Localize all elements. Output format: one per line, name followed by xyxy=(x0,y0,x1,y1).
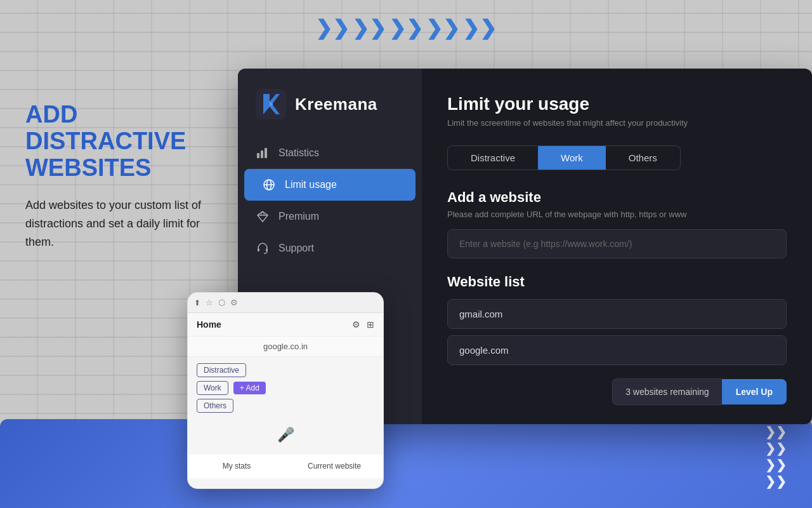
chevron-icon-5: ❯❯ xyxy=(462,18,497,38)
phone-tag-others[interactable]: Others xyxy=(197,399,233,413)
kreemana-logo-icon xyxy=(256,89,286,119)
add-website-subtitle: Please add complete URL of the webpage w… xyxy=(447,210,787,219)
sidebar-logo: Kreemana xyxy=(238,69,422,137)
chevron-icon-1: ❯❯ xyxy=(315,18,350,38)
phone-home-label: Home xyxy=(197,319,221,330)
main-title: Limit your usage xyxy=(447,94,787,114)
svg-rect-3 xyxy=(257,153,259,158)
phone-tag-distractive[interactable]: Distractive xyxy=(197,363,246,377)
phone-tag-row-2: Work + Add xyxy=(197,381,374,395)
svg-rect-13 xyxy=(258,248,259,251)
sidebar-item-statistics[interactable]: Statistics xyxy=(238,137,422,169)
phone-tags-section: Distractive Work + Add Others xyxy=(188,357,383,419)
svg-marker-9 xyxy=(258,211,268,222)
extension-icon: ⬡ xyxy=(218,298,225,307)
phone-screenshot-overlay: ⬆ ☆ ⬡ ⚙ Home ⚙ ⊞ google.co.in Distractiv… xyxy=(187,292,384,489)
premium-label: Premium xyxy=(278,211,319,222)
phone-tag-row-3: Others xyxy=(197,399,374,413)
svg-rect-4 xyxy=(261,150,263,158)
diamond-icon xyxy=(256,210,270,224)
add-website-title: Add a website xyxy=(447,189,787,206)
browser-settings-icon: ⚙ xyxy=(230,298,238,307)
statistics-icon xyxy=(256,146,270,160)
phone-tag-row-1: Distractive xyxy=(197,363,374,377)
hero-title: ADD DISTRACTIVE WEBSITES xyxy=(25,102,216,181)
category-tabs: Distractive Work Others xyxy=(447,145,681,170)
svg-rect-5 xyxy=(265,148,267,158)
hero-content: ADD DISTRACTIVE WEBSITES Add websites to… xyxy=(25,102,216,251)
tab-work[interactable]: Work xyxy=(538,146,606,170)
phone-current-website-tab[interactable]: Current website xyxy=(285,459,383,473)
phone-browser-bar: ⬆ ☆ ⬡ ⚙ xyxy=(188,293,383,313)
tab-distractive[interactable]: Distractive xyxy=(448,146,538,170)
bottom-chevron-row-4: ❯❯ xyxy=(765,474,787,489)
statistics-label: Statistics xyxy=(278,147,319,159)
limit-usage-label: Limit usage xyxy=(285,179,337,190)
headset-icon xyxy=(256,241,270,255)
main-content: Limit your usage Limit the screentime of… xyxy=(422,69,812,424)
share-icon: ⬆ xyxy=(194,298,200,307)
chevron-icon-2: ❯❯ xyxy=(352,18,386,38)
remaining-badge: 3 websites remaining xyxy=(612,378,722,405)
main-subtitle: Limit the screentime of websites that mi… xyxy=(447,118,787,128)
logo-text: Kreemana xyxy=(295,95,377,114)
chevron-icon-3: ❯❯ xyxy=(389,18,423,38)
phone-my-stats-tab[interactable]: My stats xyxy=(188,459,285,473)
phone-microphone-icon: 🎤 xyxy=(188,419,383,447)
globe-icon xyxy=(262,178,276,192)
chevron-icon-4: ❯❯ xyxy=(426,18,460,38)
bottom-blue-decoration xyxy=(0,419,812,508)
bottom-chevrons-decoration: ❯❯ ❯❯ ❯❯ ❯❯ xyxy=(765,424,787,489)
website-list-title: Website list xyxy=(447,274,787,290)
phone-footer-tabs: My stats Current website xyxy=(188,453,383,478)
hero-description: Add websites to your custom list of dist… xyxy=(25,196,216,251)
tab-others[interactable]: Others xyxy=(606,146,680,170)
footer-bar: 3 websites remaining Level Up xyxy=(447,378,787,405)
bookmark-icon: ☆ xyxy=(206,298,213,307)
phone-grid-icon: ⊞ xyxy=(367,319,374,330)
support-label: Support xyxy=(278,243,314,254)
sidebar-item-limit-usage[interactable]: Limit usage xyxy=(244,169,416,201)
sidebar-item-support[interactable]: Support xyxy=(238,232,422,264)
website-list-item-gmail: gmail.com xyxy=(447,299,787,329)
svg-rect-14 xyxy=(266,248,268,251)
bottom-chevron-row-1: ❯❯ xyxy=(765,424,787,439)
sidebar-item-premium[interactable]: Premium xyxy=(238,201,422,232)
top-chevrons-decoration: ❯❯ ❯❯ ❯❯ ❯❯ ❯❯ xyxy=(315,18,497,38)
phone-add-button[interactable]: + Add xyxy=(233,382,266,394)
phone-settings-icon: ⚙ xyxy=(352,319,360,330)
bottom-chevron-row-2: ❯❯ xyxy=(765,441,787,456)
website-list-item-google: google.com xyxy=(447,335,787,365)
bottom-chevron-row-3: ❯❯ xyxy=(765,457,787,472)
level-up-button[interactable]: Level Up xyxy=(722,379,787,404)
phone-url-display: google.co.in xyxy=(188,337,383,357)
phone-app-header: Home ⚙ ⊞ xyxy=(188,313,383,337)
phone-tag-work[interactable]: Work xyxy=(197,381,228,395)
website-url-input[interactable] xyxy=(447,229,787,258)
